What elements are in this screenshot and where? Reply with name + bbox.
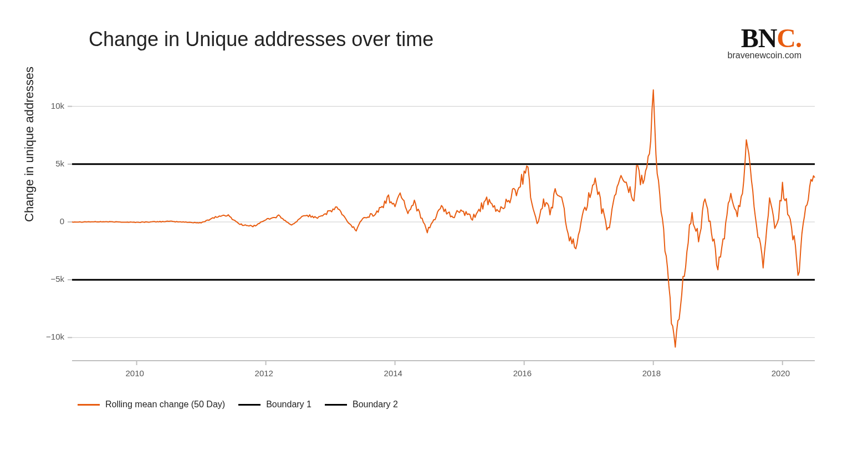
chart-plot-area: [33, 72, 820, 383]
legend-item-b1: Boundary 1: [238, 400, 312, 410]
legend-item-b2: Boundary 2: [325, 400, 398, 410]
legend-swatch-rolling: [78, 404, 100, 406]
x-tick-label: 2016: [513, 368, 532, 378]
legend-label-b1: Boundary 1: [266, 400, 312, 410]
x-tick-label: 2020: [772, 368, 790, 378]
x-tick-label: 2014: [384, 368, 402, 378]
x-tick-label: 2018: [642, 368, 661, 378]
legend-label-rolling: Rolling mean change (50 Day): [105, 400, 225, 410]
y-tick-label: −10k: [46, 332, 64, 341]
y-tick-label: −5k: [50, 274, 64, 284]
brand-logo-mark: BNC.: [728, 25, 801, 52]
y-tick-label: 10k: [51, 101, 64, 110]
legend-label-b2: Boundary 2: [353, 400, 398, 410]
x-tick-label: 2012: [255, 368, 273, 378]
legend-swatch-b1: [238, 404, 261, 406]
legend-swatch-b2: [325, 404, 347, 406]
chart-title: Change in Unique addresses over time: [89, 28, 433, 51]
y-tick-label: 0: [60, 216, 64, 226]
brand-logo: BNC. bravenewcoin.com: [728, 25, 801, 60]
x-tick-label: 2010: [126, 368, 144, 378]
legend-item-rolling: Rolling mean change (50 Day): [78, 400, 225, 410]
chart-svg: [33, 72, 820, 383]
y-tick-label: 5k: [55, 159, 64, 168]
legend: Rolling mean change (50 Day) Boundary 1 …: [78, 400, 398, 410]
brand-logo-subtext: bravenewcoin.com: [728, 50, 801, 60]
